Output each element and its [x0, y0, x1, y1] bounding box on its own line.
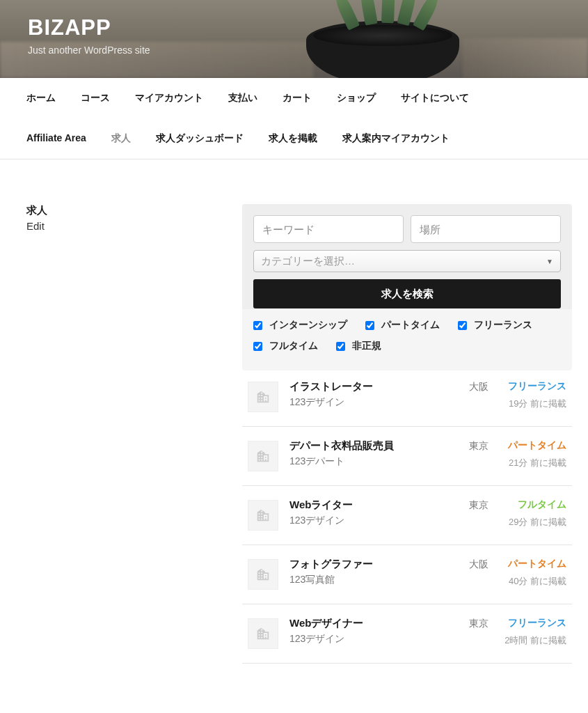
main-nav: ホームコースマイアカウント支払いカートショップサイトについてAffiliate …	[0, 78, 588, 159]
company-logo-placeholder	[248, 500, 278, 531]
job-info: イラストレーター123デザイン	[289, 380, 436, 412]
job-posted-time: 40分 前に掲載	[500, 574, 566, 588]
nav-item-1[interactable]: コース	[81, 78, 110, 118]
company-logo-placeholder	[248, 559, 278, 590]
job-list: イラストレーター123デザイン大阪フリーランス19分 前に掲載デパート衣料品販売…	[242, 370, 572, 664]
filter-label: フリーランス	[474, 319, 532, 331]
job-company: 123デザイン	[289, 515, 436, 527]
search-button[interactable]: 求人を検索	[253, 279, 561, 308]
company-logo-placeholder	[248, 441, 278, 471]
job-info: フォトグラファー123写真館	[289, 558, 436, 590]
filter-checkbox-3[interactable]	[253, 342, 262, 351]
job-meta: フリーランス2時間 前に掲載	[500, 617, 566, 649]
nav-item-5[interactable]: ショップ	[337, 78, 376, 118]
nav-item-7[interactable]: Affiliate Area	[26, 118, 86, 159]
main-content: カテゴリーを選択… ▼ 求人を検索 インターンシップパートタイムフリーランスフル…	[242, 204, 572, 664]
job-type[interactable]: フリーランス	[500, 617, 566, 629]
category-placeholder: カテゴリーを選択…	[261, 255, 355, 268]
filter-checkbox-2[interactable]	[458, 321, 467, 330]
filter-4[interactable]: 非正規	[336, 340, 381, 352]
filter-checkbox-4[interactable]	[336, 342, 345, 351]
job-item[interactable]: イラストレーター123デザイン大阪フリーランス19分 前に掲載	[242, 370, 572, 427]
job-meta: パートタイム40分 前に掲載	[500, 558, 566, 590]
job-company: 123デパート	[289, 455, 436, 468]
job-title[interactable]: フォトグラファー	[289, 558, 436, 571]
chevron-down-icon: ▼	[546, 258, 553, 265]
job-item[interactable]: フォトグラファー123写真館大阪パートタイム40分 前に掲載	[242, 545, 572, 604]
job-posted-time: 29分 前に掲載	[500, 515, 566, 529]
job-item[interactable]: Webデザイナー123デザイン東京フリーランス2時間 前に掲載	[242, 604, 572, 664]
job-posted-time: 21分 前に掲載	[500, 456, 566, 470]
job-posted-time: 2時間 前に掲載	[500, 634, 566, 648]
job-info: デパート衣料品販売員123デパート	[289, 439, 436, 471]
job-info: Webライター123デザイン	[289, 499, 436, 531]
location-input[interactable]	[411, 215, 561, 243]
nav-item-0[interactable]: ホーム	[26, 78, 56, 118]
filter-label: フルタイム	[269, 340, 318, 352]
job-location: 東京	[447, 617, 488, 649]
job-title[interactable]: デパート衣料品販売員	[289, 439, 436, 453]
job-company: 123デザイン	[289, 633, 436, 645]
job-company: 123デザイン	[289, 396, 436, 409]
job-title[interactable]: Webデザイナー	[289, 617, 436, 630]
page-title: 求人	[26, 204, 214, 217]
job-meta: フルタイム29分 前に掲載	[500, 499, 566, 531]
filter-label: 非正規	[352, 340, 381, 352]
filter-label: パートタイム	[381, 319, 440, 331]
job-item[interactable]: デパート衣料品販売員123デパート東京パートタイム21分 前に掲載	[242, 427, 572, 486]
filters-panel: インターンシップパートタイムフリーランスフルタイム非正規	[242, 309, 572, 370]
job-title[interactable]: イラストレーター	[289, 380, 436, 393]
company-logo-placeholder	[248, 618, 278, 649]
nav-item-6[interactable]: サイトについて	[401, 78, 469, 118]
category-select[interactable]: カテゴリーを選択… ▼	[253, 250, 561, 272]
filter-checkbox-0[interactable]	[253, 321, 262, 330]
site-title[interactable]: BIZAPP	[28, 15, 560, 40]
job-type[interactable]: パートタイム	[500, 558, 566, 570]
nav-item-4[interactable]: カート	[283, 78, 312, 118]
filter-label: インターンシップ	[269, 319, 347, 331]
nav-item-8[interactable]: 求人	[111, 118, 131, 159]
search-panel: カテゴリーを選択… ▼ 求人を検索	[242, 204, 572, 309]
sidebar: 求人 Edit	[26, 204, 214, 664]
job-item[interactable]: Webライター123デザイン東京フルタイム29分 前に掲載	[242, 486, 572, 545]
keyword-input[interactable]	[253, 215, 404, 243]
filter-3[interactable]: フルタイム	[253, 340, 318, 352]
job-info: Webデザイナー123デザイン	[289, 617, 436, 649]
job-type[interactable]: フルタイム	[500, 499, 566, 511]
job-meta: フリーランス19分 前に掲載	[500, 380, 566, 412]
company-logo-placeholder	[248, 382, 278, 412]
job-meta: パートタイム21分 前に掲載	[500, 439, 566, 471]
edit-link[interactable]: Edit	[26, 220, 214, 232]
nav-item-11[interactable]: 求人案内マイアカウント	[342, 118, 450, 159]
job-company: 123写真館	[289, 574, 436, 586]
job-location: 大阪	[447, 558, 488, 590]
job-location: 東京	[447, 499, 488, 531]
job-posted-time: 19分 前に掲載	[500, 397, 566, 411]
nav-item-2[interactable]: マイアカウント	[135, 78, 203, 118]
filter-checkbox-1[interactable]	[365, 321, 374, 330]
nav-item-9[interactable]: 求人ダッシュボード	[156, 118, 244, 159]
site-header: BIZAPP Just another WordPress site	[0, 0, 588, 78]
job-location: 大阪	[447, 380, 488, 412]
job-location: 東京	[447, 439, 488, 471]
filter-2[interactable]: フリーランス	[458, 319, 532, 331]
job-type[interactable]: フリーランス	[500, 380, 566, 393]
job-title[interactable]: Webライター	[289, 499, 436, 512]
nav-item-10[interactable]: 求人を掲載	[269, 118, 317, 159]
filter-1[interactable]: パートタイム	[365, 319, 440, 331]
job-type[interactable]: パートタイム	[500, 439, 566, 452]
site-tagline: Just another WordPress site	[28, 45, 560, 56]
nav-item-3[interactable]: 支払い	[228, 78, 257, 118]
filter-0[interactable]: インターンシップ	[253, 319, 347, 331]
